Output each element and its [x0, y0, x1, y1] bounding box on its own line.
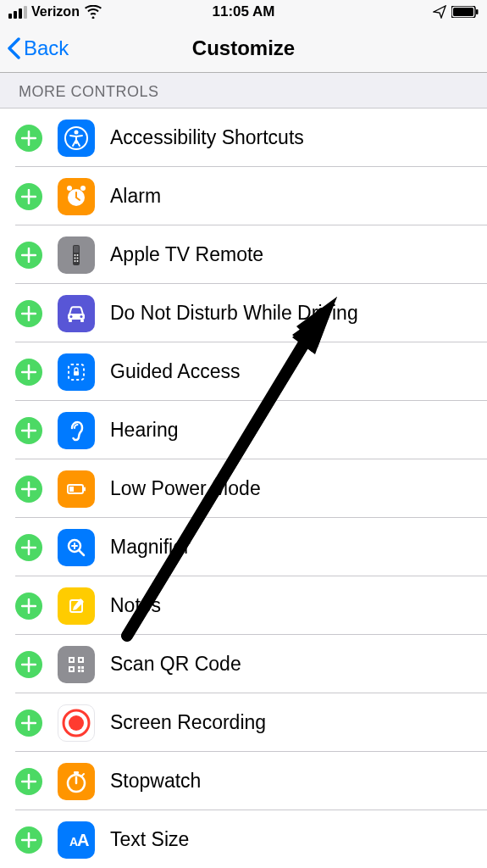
svg-rect-41: [74, 771, 79, 774]
list-item-accessibility[interactable]: Accessibility Shortcuts: [0, 108, 487, 167]
add-button[interactable]: [15, 417, 42, 444]
add-button[interactable]: [15, 709, 42, 737]
list-item-magnifier[interactable]: Magnifier: [0, 518, 487, 576]
plus-icon: [21, 540, 36, 555]
back-button[interactable]: Back: [7, 36, 69, 60]
list-item-text-size[interactable]: AA Text Size: [0, 810, 487, 868]
wifi-icon: [84, 5, 102, 19]
guided-access-icon: [58, 353, 95, 391]
item-label: Notes: [110, 594, 161, 617]
plus-icon: [21, 189, 36, 204]
svg-point-14: [75, 260, 76, 262]
plus-icon: [21, 832, 36, 848]
svg-rect-37: [81, 670, 84, 672]
svg-rect-22: [74, 371, 79, 376]
list-item-guided-access[interactable]: Guided Access: [0, 342, 487, 401]
plus-icon: [21, 248, 36, 263]
plus-icon: [21, 481, 36, 497]
plus-icon: [21, 657, 36, 672]
battery-low-icon: [58, 470, 95, 508]
svg-text:A: A: [77, 831, 89, 849]
svg-rect-34: [78, 666, 80, 669]
item-label: Text Size: [110, 828, 189, 851]
status-left: Verizon: [8, 4, 102, 19]
svg-rect-9: [74, 246, 79, 253]
stopwatch-icon: [58, 763, 95, 800]
list-item-hearing[interactable]: Hearing: [0, 401, 487, 459]
add-button[interactable]: [15, 651, 42, 678]
add-button[interactable]: [15, 534, 42, 561]
item-label: Apple TV Remote: [110, 243, 263, 266]
carrier-label: Verizon: [31, 4, 80, 19]
svg-rect-35: [81, 666, 84, 669]
svg-point-13: [77, 257, 79, 259]
item-label: Alarm: [110, 185, 161, 208]
svg-rect-29: [70, 659, 73, 661]
svg-rect-36: [78, 670, 80, 672]
magnifier-icon: [58, 529, 95, 566]
list-item-notes[interactable]: Notes: [0, 576, 487, 635]
qr-code-icon: [58, 646, 95, 683]
list-item-screen-recording[interactable]: Screen Recording: [0, 693, 487, 752]
svg-point-10: [75, 254, 76, 256]
list-item-qr[interactable]: Scan QR Code: [0, 635, 487, 693]
appletv-remote-icon: [58, 236, 95, 274]
plus-icon: [21, 306, 36, 321]
back-label: Back: [24, 36, 69, 60]
add-button[interactable]: [15, 768, 42, 795]
chevron-left-icon: [7, 37, 20, 59]
add-button[interactable]: [15, 125, 42, 152]
plus-icon: [21, 364, 36, 380]
svg-rect-25: [84, 487, 86, 491]
location-icon: [433, 5, 446, 19]
text-size-icon: AA: [58, 821, 95, 859]
item-label: Magnifier: [110, 536, 191, 559]
plus-icon: [21, 598, 36, 614]
alarm-icon: [58, 178, 95, 215]
status-right: [433, 5, 479, 19]
svg-point-39: [69, 715, 84, 731]
ear-icon: [58, 412, 95, 449]
item-label: Screen Recording: [110, 711, 266, 734]
svg-point-6: [67, 186, 72, 191]
svg-rect-1: [453, 8, 473, 16]
section-header: MORE CONTROLS: [0, 73, 487, 108]
item-label: Low Power Mode: [110, 477, 261, 500]
svg-point-17: [70, 315, 73, 318]
add-button[interactable]: [15, 826, 42, 854]
list-item-appletv[interactable]: Apple TV Remote: [0, 225, 487, 284]
accessibility-icon: [58, 120, 95, 157]
item-label: Guided Access: [110, 360, 240, 383]
add-button[interactable]: [15, 359, 42, 386]
item-label: Stopwatch: [110, 770, 201, 793]
svg-point-15: [77, 260, 79, 262]
status-time: 11:05 AM: [212, 3, 274, 20]
item-label: Accessibility Shortcuts: [110, 126, 304, 149]
add-button[interactable]: [15, 183, 42, 210]
controls-list: Accessibility Shortcuts Alarm Apple TV R…: [0, 108, 487, 868]
car-icon: [58, 295, 95, 332]
svg-rect-24: [69, 487, 74, 492]
svg-rect-31: [80, 659, 82, 661]
add-button[interactable]: [15, 242, 42, 269]
battery-icon: [451, 6, 479, 18]
svg-point-18: [80, 315, 83, 318]
item-label: Do Not Disturb While Driving: [110, 302, 358, 325]
notes-icon: [58, 587, 95, 625]
list-item-alarm[interactable]: Alarm: [0, 167, 487, 225]
screen-recording-icon: [58, 704, 95, 742]
list-item-dnd-driving[interactable]: Do Not Disturb While Driving: [0, 284, 487, 342]
list-item-low-power[interactable]: Low Power Mode: [0, 459, 487, 518]
item-label: Scan QR Code: [110, 653, 241, 676]
svg-rect-19: [69, 320, 72, 322]
plus-icon: [21, 715, 36, 731]
signal-bars-icon: [8, 6, 27, 19]
add-button[interactable]: [15, 476, 42, 503]
page-title: Customize: [192, 36, 295, 60]
list-item-stopwatch[interactable]: Stopwatch: [0, 752, 487, 810]
plus-icon: [21, 774, 36, 789]
add-button[interactable]: [15, 593, 42, 620]
add-button[interactable]: [15, 300, 42, 327]
item-label: Hearing: [110, 419, 179, 442]
plus-icon: [21, 131, 36, 146]
